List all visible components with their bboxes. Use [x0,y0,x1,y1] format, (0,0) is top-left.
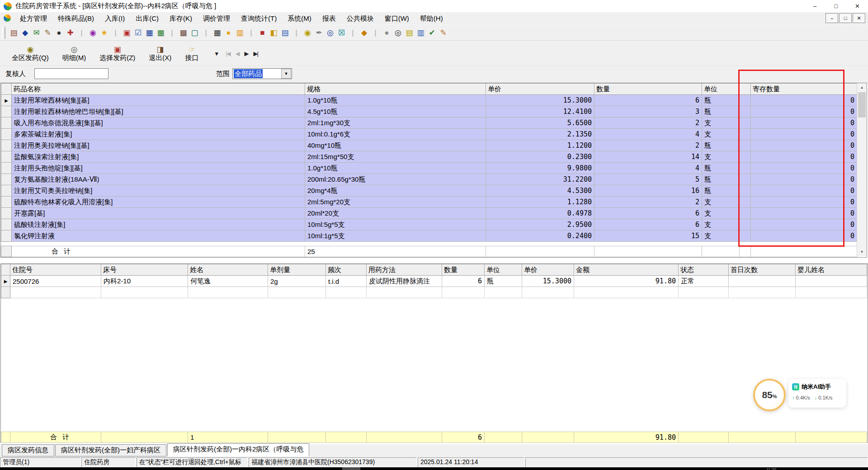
detail-button[interactable]: ◎ 明细(M) [62,46,86,62]
mug-icon[interactable]: ◆ [359,27,370,39]
vertical-scrollbar[interactable]: ▲ ▼ [857,83,867,256]
cell-unit[interactable]: 支 [702,197,740,208]
ai-assistant-progress-badge[interactable]: 85% [753,379,786,411]
folder-icon[interactable]: ◧ [268,27,279,39]
interface-button[interactable]: ☞ 接口 [185,46,198,62]
keypad-icon[interactable]: ▦ [212,27,223,39]
cell-qty[interactable]: 2 [594,140,702,151]
cell-spec[interactable]: 2ml:1mg*30支 [305,118,486,129]
scrollbar-thumb[interactable] [858,92,866,118]
cell-qty[interactable]: 2 [594,197,702,208]
table-row[interactable]: 硫酸镁注射液[集] 10ml:5g*5支 2.9500 6 支 0 [1,219,857,230]
gear-icon[interactable]: ✚ [65,27,76,39]
cell-frequency[interactable]: t.i.d [326,276,367,287]
table-row[interactable]: 注射用艾司奥美拉唑钠[集] 20mg*4瓶 4.5300 16 瓶 0 [1,185,857,197]
cell-qty[interactable]: 6 [442,276,485,287]
doc-check-icon[interactable]: ✔ [426,27,438,39]
cell-price[interactable]: 9.9800 [486,163,594,174]
cell-unit[interactable]: 瓶 [702,95,740,106]
cell-unit[interactable]: 支 [702,129,740,140]
menu-item[interactable]: 调价管理 [198,13,236,24]
more-actions-dropdown-icon[interactable]: ▼ [214,51,219,57]
menu-item[interactable]: 特殊药品(B) [52,13,99,24]
dispense-all-button[interactable]: ◉ 全区发药(Q) [12,46,49,62]
tab-obstetrics-ward[interactable]: 病区针剂发药(全部)一妇产科病区 [55,444,166,456]
cell-price[interactable]: 5.6500 [486,118,594,129]
toolbar-separator[interactable]: | [291,27,302,39]
cell-qty[interactable]: 6 [594,208,702,219]
table-row[interactable]: 氯化钾注射液 10ml:1g*5支 0.2400 15 支 0 [1,230,857,242]
cell-spec[interactable]: 2ml:5mg*20支 [305,197,486,208]
menu-item[interactable]: 出库(C) [130,13,164,24]
cell-spec[interactable]: 2ml:15mg*50支 [305,151,486,163]
cell-dose[interactable]: 2g [268,276,326,287]
exit-button[interactable]: ◨ 退出(X) [149,46,171,62]
cell-qty[interactable]: 2 [594,118,702,129]
cell-spec[interactable]: 20ml*20支 [305,208,486,219]
cell-price[interactable]: 12.4100 [486,106,594,118]
doc-green-icon[interactable]: ▦ [155,27,166,39]
cell-qty[interactable]: 14 [594,151,702,163]
cell-spec[interactable]: 1.0g*10瓶 [305,95,486,106]
toolbar-separator[interactable]: | [347,27,359,39]
cell-drug-name[interactable]: 注射用苯唑西林钠[集][基] [12,95,305,106]
minimize-button[interactable]: – [804,0,826,12]
patient-row[interactable]: ▶ 2500726 内科2-10 何笔逸 2g t.i.d 皮试阴性用静脉滴注 … [1,276,867,287]
menu-item[interactable]: 公共模块 [341,13,379,24]
cell-qty[interactable]: 15 [594,230,702,242]
cell-price[interactable]: 1.1200 [486,140,594,151]
sphere-icon[interactable]: ● [381,27,392,39]
table-row[interactable]: 注射用奥美拉唑钠[集][基] 40mg*10瓶 1.1200 2 瓶 0 [1,140,857,151]
cell-first-day[interactable] [729,276,796,287]
reviewer-input[interactable] [34,68,108,79]
cell-drug-name[interactable]: 复方氨基酸注射液(18AA-Ⅶ) [12,174,305,185]
cell-drug-name[interactable]: 注射用头孢他啶[集][基] [12,163,305,174]
cell-qty[interactable]: 6 [594,95,702,106]
ai-assistant-card[interactable]: N 纳米AI助手 ↑ 0.4K/s ↓ 0.1K/s [788,379,846,408]
cell-status[interactable]: 正常 [679,276,729,287]
menu-item[interactable]: 报表 [317,13,341,24]
cell-baby-name[interactable] [796,276,867,287]
cell-unit[interactable]: 瓶 [702,106,740,118]
cell-price[interactable]: 0.4978 [486,208,594,219]
list-icon[interactable]: ▤ [404,27,415,39]
table-row[interactable]: 盐酸氨溴索注射液[集] 2ml:15mg*50支 0.2300 14 支 0 [1,151,857,163]
cell-qty[interactable]: 16 [594,185,702,197]
cell-drug-name[interactable]: 吸入用布地奈德混悬液[集][基] [12,118,305,129]
capsule-icon[interactable]: ● [223,27,234,39]
syringe-icon[interactable]: ✒ [313,27,325,39]
toolbar-separator[interactable]: | [200,27,212,39]
cell-drug-name[interactable]: 注射用艾司奥美拉唑钠[集] [12,185,305,197]
cell-unit[interactable]: 瓶 [485,276,522,287]
search-doc-icon[interactable]: ◎ [325,27,336,39]
print-icon[interactable]: ▤ [8,27,19,39]
menu-item[interactable]: 窗口(W) [379,13,415,24]
label-icon[interactable]: ◉ [87,27,99,39]
nav-last-button[interactable]: ▶| [254,50,258,57]
box-red-icon[interactable]: ■ [257,27,268,39]
cell-bed-no[interactable]: 内科2-10 [101,276,188,287]
nav-next-button[interactable]: ▶ [245,50,248,57]
cell-method[interactable]: 皮试阴性用静脉滴注 [367,276,442,287]
cell-drug-name[interactable]: 开塞露[基] [12,208,305,219]
cell-price[interactable]: 15.3000 [486,95,594,106]
cell-hospital-no[interactable]: 2500726 [10,276,101,287]
close-button[interactable]: ✕ [847,0,868,12]
mail-check-icon[interactable]: ✉ [31,27,42,39]
cell-price[interactable]: 4.5300 [486,185,594,197]
calculator-icon[interactable]: ▩ [178,27,189,39]
cell-spec[interactable]: 20mg*4瓶 [305,185,486,197]
cell-price[interactable]: 1.1280 [486,197,594,208]
tab-internal-med-2-ward[interactable]: 病区针剂发药(全部)一内科2病区（呼吸与危 [167,443,309,456]
cell-drug-name[interactable]: 硫酸特布他林雾化吸入用溶液[集] [12,197,305,208]
magnifier-icon[interactable]: ◎ [392,27,404,39]
range-select[interactable]: 全部药品 ▼ [232,68,292,79]
doc-blue-icon[interactable]: ▦ [144,27,155,39]
cell-unit[interactable]: 支 [702,151,740,163]
table-row[interactable]: 开塞露[基] 20ml*20支 0.4978 6 支 0 [1,208,857,219]
cell-unit[interactable]: 瓶 [702,140,740,151]
cell-price[interactable]: 0.2300 [486,151,594,163]
cell-qty[interactable]: 3 [594,106,702,118]
toolbar-separator[interactable]: | [245,27,257,39]
note-edit-icon[interactable]: ✎ [42,27,53,39]
